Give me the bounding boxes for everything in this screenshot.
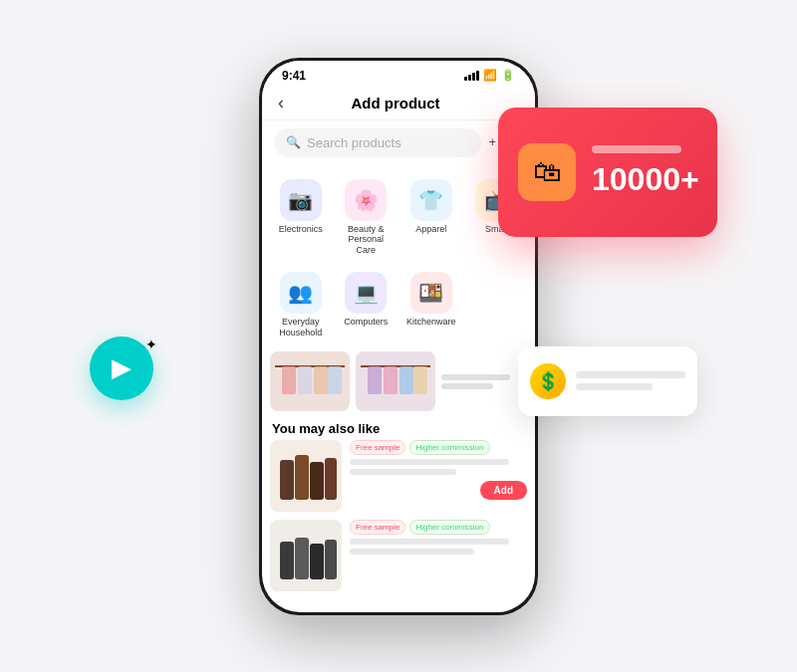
svg-rect-21 <box>325 540 337 579</box>
search-input[interactable]: Search products <box>307 135 401 150</box>
svg-rect-20 <box>310 544 324 579</box>
svg-rect-16 <box>325 458 337 500</box>
svg-rect-11 <box>413 366 427 394</box>
status-icons: 📶 🔋 <box>464 69 515 82</box>
search-input-wrap[interactable]: 🔍 Search products <box>274 128 481 157</box>
product-thumb-1 <box>270 351 350 411</box>
product-image-2 <box>270 520 342 591</box>
dollar-card-overlay: 💲 <box>518 346 697 416</box>
product-image-1 <box>270 440 342 512</box>
sparkle-icon: ✦ <box>145 336 157 352</box>
badge-free-sample-1: Free sample <box>350 440 405 455</box>
card-content: 10000+ <box>592 145 699 198</box>
bag-icon: 🛍 <box>533 155 561 188</box>
product-card-info-2: Free sample Higher commission <box>350 520 527 555</box>
category-beauty-icon: 🌸 <box>345 179 387 221</box>
tv-icon-bubble[interactable]: ▶ ✦ <box>90 336 153 400</box>
category-household-icon: 👥 <box>280 272 322 314</box>
category-computers[interactable]: 💻 Computers <box>336 266 398 344</box>
page-title: Add product <box>292 95 499 112</box>
category-household-label: Everyday Household <box>272 317 330 338</box>
phone-screen: 9:41 📶 🔋 ‹ Add product <box>262 61 535 612</box>
category-electronics-label: Electronics <box>279 224 323 235</box>
wifi-icon: 📶 <box>483 69 497 82</box>
category-kitchenware-label: Kitchenware <box>406 317 456 328</box>
back-button[interactable]: ‹ <box>278 93 284 113</box>
svg-rect-13 <box>280 460 294 500</box>
clothes-rack-svg-1 <box>270 351 350 411</box>
section-title-may-also-like: You may also like <box>262 415 535 440</box>
svg-rect-5 <box>328 366 342 394</box>
product-img-svg-1 <box>270 440 342 512</box>
signal-icon <box>464 71 479 81</box>
search-icon: 🔍 <box>286 135 301 149</box>
product-cards: Free sample Higher commission Add <box>262 440 535 591</box>
scene: ▶ ✦ 9:41 📶 🔋 ‹ <box>50 28 747 645</box>
product-name-line-2 <box>350 539 509 545</box>
category-household[interactable]: 👥 Everyday Household <box>270 266 332 344</box>
add-button-1[interactable]: Add <box>480 481 527 500</box>
tv-play-icon: ▶ <box>112 352 132 383</box>
badge-free-sample-2: Free sample <box>350 520 405 535</box>
status-bar: 9:41 📶 🔋 <box>262 61 535 87</box>
badge-higher-commission-1: Higher commission <box>409 440 489 455</box>
product-info-line-1 <box>441 374 510 380</box>
dollar-line-2 <box>576 383 653 390</box>
product-name-line-1 <box>350 459 509 465</box>
bag-icon-wrap: 🛍 <box>518 143 576 201</box>
product-row-info <box>441 351 527 411</box>
badge-row-2: Free sample Higher commission <box>350 520 527 535</box>
card-line-top <box>592 145 681 153</box>
category-apparel-label: Apparel <box>415 224 446 235</box>
category-beauty[interactable]: 🌸 Beauty & Personal Care <box>336 173 398 262</box>
dollar-coin-icon: 💲 <box>530 363 566 399</box>
clothes-rack-svg-2 <box>356 351 435 411</box>
product-card-2: Free sample Higher commission <box>270 520 527 591</box>
svg-rect-4 <box>314 366 328 394</box>
svg-rect-9 <box>384 366 398 394</box>
red-card-overlay: 🛍 10000+ <box>498 108 717 237</box>
badge-row-1: Free sample Higher commission <box>350 440 527 455</box>
svg-rect-18 <box>280 542 294 579</box>
product-card-info-1: Free sample Higher commission Add <box>350 440 527 500</box>
dollar-card-lines <box>576 371 685 390</box>
svg-rect-19 <box>295 538 309 579</box>
svg-rect-10 <box>399 366 413 394</box>
category-apparel[interactable]: 👕 Apparel <box>400 173 462 262</box>
product-price-line-2 <box>350 549 474 555</box>
category-beauty-label: Beauty & Personal Care <box>338 224 396 256</box>
status-time: 9:41 <box>282 69 306 83</box>
badge-higher-commission-2: Higher commission <box>409 520 489 535</box>
phone-frame: 9:41 📶 🔋 ‹ Add product <box>259 58 538 615</box>
card-number: 10000+ <box>592 161 699 198</box>
battery-icon: 🔋 <box>501 69 515 82</box>
svg-rect-2 <box>282 366 296 394</box>
category-apparel-icon: 👕 <box>410 179 452 221</box>
category-computers-icon: 💻 <box>345 272 387 314</box>
category-computers-label: Computers <box>344 317 388 328</box>
category-kitchenware-icon: 🍱 <box>410 272 452 314</box>
category-electronics-icon: 📷 <box>280 179 322 221</box>
svg-rect-14 <box>295 455 309 500</box>
category-electronics[interactable]: 📷 Electronics <box>270 173 332 262</box>
product-card-1: Free sample Higher commission Add <box>270 440 527 512</box>
dollar-line-1 <box>576 371 685 378</box>
categories-grid: 📷 Electronics 🌸 Beauty & Personal Care 👕… <box>262 165 535 348</box>
svg-rect-15 <box>310 462 324 500</box>
product-img-svg-2 <box>270 520 342 591</box>
svg-rect-8 <box>368 366 382 394</box>
svg-rect-3 <box>298 366 312 394</box>
product-rows <box>262 347 535 415</box>
product-thumb-2 <box>356 351 435 411</box>
search-bar: 🔍 Search products + URL <box>262 120 535 165</box>
product-price-line-1 <box>350 469 456 475</box>
product-info-line-2 <box>441 383 493 389</box>
category-kitchenware[interactable]: 🍱 Kitchenware <box>400 266 462 344</box>
product-row-1 <box>270 351 527 411</box>
app-header: ‹ Add product <box>262 87 535 120</box>
